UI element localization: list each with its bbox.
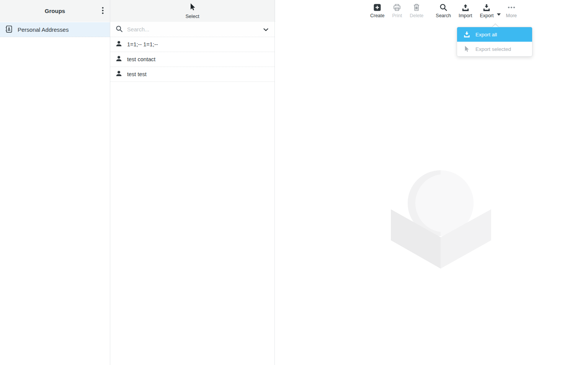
export-dropdown-caret[interactable] xyxy=(496,10,501,18)
search-options-button[interactable] xyxy=(263,26,269,33)
toolbar-search-button[interactable]: Search xyxy=(432,3,455,18)
menu-item-label: Export selected xyxy=(475,46,511,52)
select-button[interactable]: Select xyxy=(110,0,274,22)
search-icon xyxy=(439,3,448,11)
import-button[interactable]: Import xyxy=(455,3,476,18)
contact-name: test test xyxy=(127,71,147,77)
search-button-label: Search xyxy=(436,13,451,18)
import-upload-icon xyxy=(461,3,470,11)
popup-pointer xyxy=(492,23,499,27)
menu-item-label: Export all xyxy=(475,32,497,37)
groups-header: Groups xyxy=(0,0,110,22)
ellipsis-icon xyxy=(507,3,516,11)
export-button-label: Export xyxy=(480,13,493,18)
contacts-panel: Select 1=1;-- 1=1;-- xyxy=(110,0,275,365)
kebab-menu-icon xyxy=(102,7,104,15)
more-button-label: More xyxy=(506,13,517,18)
contact-list: 1=1;-- 1=1;-- test contact test test xyxy=(110,37,274,82)
content-area xyxy=(275,0,588,365)
print-button[interactable]: Print xyxy=(388,3,406,18)
trash-icon xyxy=(413,3,420,11)
delete-button-label: Delete xyxy=(410,13,423,18)
contact-name: 1=1;-- 1=1;-- xyxy=(127,41,158,47)
search-icon xyxy=(116,25,123,34)
contact-row[interactable]: test contact xyxy=(110,52,274,67)
sidebar-item-label: Personal Addresses xyxy=(18,26,69,33)
contact-name: test contact xyxy=(127,56,155,62)
sidebar-item-personal-addresses[interactable]: Personal Addresses xyxy=(0,22,110,37)
toolbar-actions: Create Print D xyxy=(366,0,521,22)
delete-button[interactable]: Delete xyxy=(406,3,427,18)
create-button[interactable]: Create xyxy=(366,3,389,18)
print-icon xyxy=(393,3,401,11)
address-book-icon xyxy=(5,25,13,34)
download-icon xyxy=(463,31,470,38)
person-icon xyxy=(116,70,122,78)
more-button[interactable]: More xyxy=(502,3,521,18)
contact-row[interactable]: 1=1;-- 1=1;-- xyxy=(110,37,274,52)
person-icon xyxy=(116,41,122,48)
caret-down-icon xyxy=(497,11,501,17)
chevron-down-icon xyxy=(263,27,268,33)
export-download-icon xyxy=(482,3,491,11)
menu-item-export-selected[interactable]: Export selected xyxy=(457,42,532,56)
create-button-label: Create xyxy=(370,13,385,18)
groups-sidebar: Groups Personal Addresses xyxy=(0,0,110,365)
menu-item-export-all[interactable]: Export all xyxy=(457,27,532,42)
groups-options-button[interactable] xyxy=(99,5,107,18)
select-button-label: Select xyxy=(185,13,199,19)
contacts-search-bar xyxy=(110,22,274,37)
groups-title: Groups xyxy=(45,8,65,14)
address-book-app: Groups Personal Addresses xyxy=(0,0,588,365)
create-plus-icon xyxy=(373,3,381,11)
export-button[interactable]: Export xyxy=(476,3,497,18)
contact-row[interactable]: test test xyxy=(110,67,274,82)
import-button-label: Import xyxy=(459,13,472,18)
print-button-label: Print xyxy=(392,13,402,18)
cursor-arrow-icon xyxy=(189,3,196,12)
search-input[interactable] xyxy=(127,26,258,33)
pointer-icon xyxy=(463,46,470,52)
person-icon xyxy=(116,55,122,63)
export-menu: Export all Export selected xyxy=(457,27,532,57)
